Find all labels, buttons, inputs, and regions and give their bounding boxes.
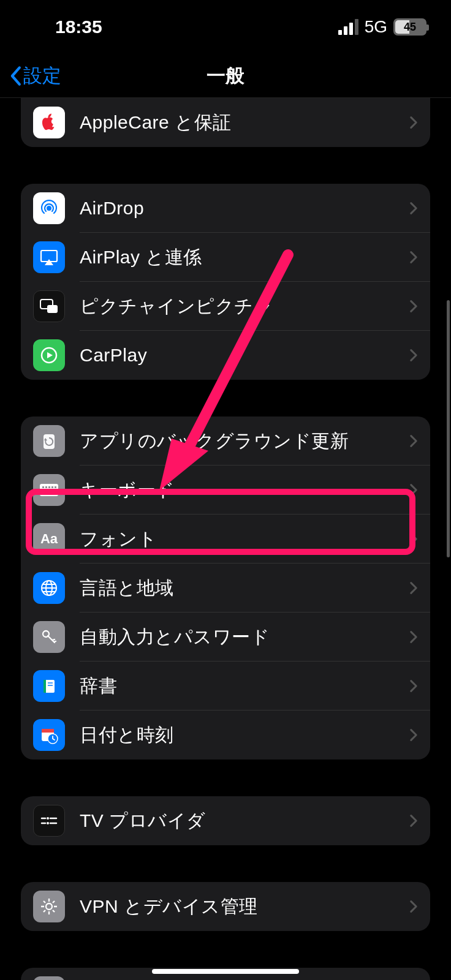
status-right: 5G 45 [338,17,426,37]
globe-icon [33,572,65,604]
svg-point-27 [47,822,49,824]
row-language-region[interactable]: 言語と地域 [21,564,430,612]
svg-line-36 [53,901,55,903]
settings-group: TV プロバイダ [21,796,430,845]
row-fonts[interactable]: Aa フォント [21,514,430,564]
row-label: TV プロバイダ [80,809,409,834]
fonts-icon: Aa [33,523,65,555]
row-label: CarPlay [80,345,409,366]
svg-rect-7 [42,486,44,488]
network-type: 5G [365,17,387,37]
gear-icon [33,891,65,922]
book-icon [33,670,65,702]
refresh-icon [33,425,65,457]
status-time: 18:35 [55,17,102,37]
row-label: 辞書 [80,674,409,699]
chevron-right-icon [409,581,418,595]
scroll-indicator [447,300,450,557]
chevron-right-icon [409,899,418,914]
svg-rect-12 [45,492,53,494]
row-pip[interactable]: ピクチャインピクチャ [21,282,430,331]
row-autofill[interactable]: 自動入力とパスワード [21,612,430,662]
chevron-right-icon [409,483,418,497]
chevron-right-icon [409,250,418,265]
svg-rect-3 [47,305,58,313]
row-label: アプリのバックグラウンド更新 [80,429,409,454]
row-label: AirPlay と連係 [80,245,409,270]
calendar-clock-icon [33,719,65,751]
chevron-right-icon [409,299,418,314]
svg-rect-6 [40,484,58,496]
back-label: 設定 [23,63,61,89]
svg-line-35 [44,910,45,912]
svg-line-33 [44,901,45,903]
svg-line-34 [53,910,55,912]
row-airdrop[interactable]: AirDrop [21,184,430,233]
svg-rect-9 [48,486,50,488]
svg-rect-10 [51,486,53,488]
row-vpn[interactable]: VPN とデバイス管理 [21,882,430,931]
row-bgrefresh[interactable]: アプリのバックグラウンド更新 [21,417,430,466]
row-applecare[interactable]: AppleCare と保証 [21,98,430,147]
pip-icon [33,290,65,322]
row-tvprovider[interactable]: TV プロバイダ [21,796,430,845]
home-indicator [152,969,299,974]
nav-bar: 設定 一般 [0,54,451,98]
certificate-icon [33,976,65,980]
chevron-right-icon [409,348,418,363]
chevron-right-icon [409,201,418,216]
back-button[interactable]: 設定 [9,63,61,89]
row-label: VPN とデバイス管理 [80,894,409,919]
keyboard-icon [33,474,65,506]
chevron-right-icon [409,679,418,693]
page-title: 一般 [0,63,451,89]
apple-logo-icon [33,107,65,138]
row-dictionary[interactable]: 辞書 [21,662,430,710]
row-label: AppleCare と保証 [80,110,409,135]
chevron-left-icon [9,66,22,86]
cellular-signal-icon [338,19,358,35]
chevron-right-icon [409,630,418,644]
tv-provider-icon [33,805,65,837]
chevron-right-icon [409,728,418,742]
settings-content: AppleCare と保証 AirDrop AirPlay と連係 ピクチャイン… [0,98,451,980]
svg-rect-24 [42,729,54,733]
chevron-right-icon [409,532,418,546]
svg-rect-20 [44,680,46,693]
svg-rect-8 [45,486,47,488]
row-label: AirDrop [80,198,409,219]
chevron-right-icon [409,115,418,130]
svg-point-26 [47,817,49,820]
row-label: ピクチャインピクチャ [80,294,409,319]
chevron-right-icon [409,813,418,828]
settings-group: VPN とデバイス管理 [21,882,430,931]
row-label: 言語と地域 [80,576,409,601]
settings-group: AppleCare と保証 [21,98,430,147]
row-keyboard[interactable]: キーボード [21,466,430,514]
airdrop-icon [33,192,65,224]
row-carplay[interactable]: CarPlay [21,331,430,380]
status-bar: 18:35 5G 45 [0,0,451,54]
row-airplay[interactable]: AirPlay と連係 [21,233,430,282]
battery-icon: 45 [393,18,426,36]
row-label: キーボード [80,478,409,503]
svg-point-0 [47,206,51,211]
svg-rect-11 [55,486,56,488]
key-icon [33,621,65,653]
svg-point-28 [46,903,52,910]
settings-group: アプリのバックグラウンド更新 キーボード Aa フォント 言語と地域 [21,417,430,760]
row-datetime[interactable]: 日付と時刻 [21,710,430,760]
row-label: フォント [80,527,409,552]
row-label: 日付と時刻 [80,723,409,748]
battery-level: 45 [395,20,425,34]
chevron-right-icon [409,434,418,448]
row-label: 自動入力とパスワード [80,625,409,650]
carplay-icon [33,339,65,371]
settings-group: AirDrop AirPlay と連係 ピクチャインピクチャ CarPlay [21,184,430,380]
airplay-icon [33,241,65,273]
